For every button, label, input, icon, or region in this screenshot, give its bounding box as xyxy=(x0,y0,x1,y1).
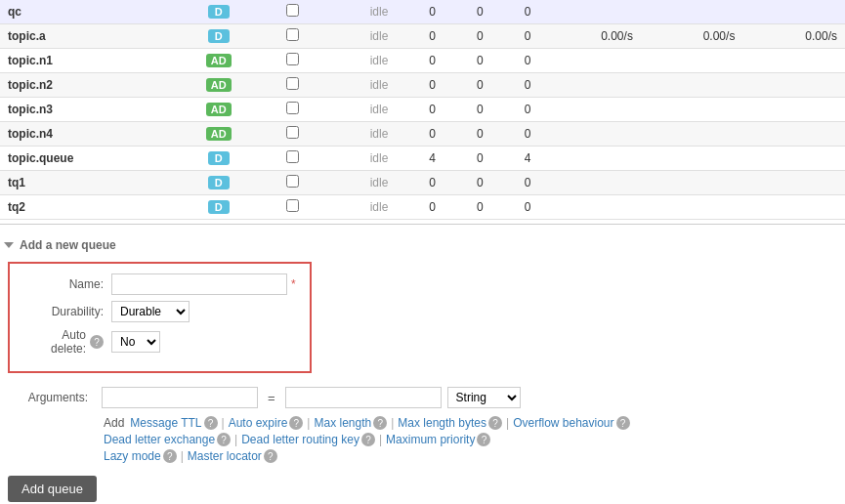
queue-checkbox[interactable] xyxy=(263,98,323,122)
queue-ready: 0 xyxy=(396,73,444,98)
queue-type: D xyxy=(175,147,263,171)
argument-shortcut-link[interactable]: Overflow behaviour xyxy=(513,416,613,430)
queue-unacked: 0 xyxy=(444,122,491,147)
argument-shortcut-link[interactable]: Master locator xyxy=(188,449,262,463)
links-row2: Dead letter exchange? | Dead letter rout… xyxy=(104,433,837,446)
queue-rate1 xyxy=(538,171,641,195)
table-row: topic.n1 AD idle 0 0 0 xyxy=(0,49,845,73)
section-title[interactable]: Add a new queue xyxy=(0,234,845,258)
queue-name[interactable]: topic.n4 xyxy=(0,122,175,147)
queue-rate3 xyxy=(742,98,845,122)
queue-rate3: 0.00/s xyxy=(742,24,845,49)
queue-state: idle xyxy=(323,24,396,49)
queue-rate3 xyxy=(742,171,845,195)
link-help-icon[interactable]: ? xyxy=(361,433,375,446)
auto-delete-label: Auto delete: ? xyxy=(23,328,111,356)
queue-rate2 xyxy=(641,49,743,73)
table-row: topic.queue D idle 4 0 4 xyxy=(0,147,845,171)
separator: | xyxy=(389,416,396,430)
arguments-key-input[interactable] xyxy=(102,387,258,408)
queue-unacked: 0 xyxy=(444,73,491,98)
queue-ready: 0 xyxy=(396,24,444,49)
add-queue-button[interactable]: Add queue xyxy=(8,476,97,502)
link-help-icon[interactable]: ? xyxy=(289,416,303,430)
link-help-icon[interactable]: ? xyxy=(163,449,177,463)
type-badge: AD xyxy=(206,78,232,92)
queue-state: idle xyxy=(323,122,396,147)
argument-shortcut-link[interactable]: Dead letter exchange xyxy=(104,433,215,446)
queue-name[interactable]: topic.n1 xyxy=(0,49,175,73)
link-help-icon[interactable]: ? xyxy=(217,433,231,446)
link-help-icon[interactable]: ? xyxy=(477,433,490,446)
arguments-type-select[interactable]: StringNumberBooleanList xyxy=(447,387,521,408)
queue-rate2 xyxy=(641,147,743,171)
queue-state: idle xyxy=(323,0,396,24)
queue-total: 0 xyxy=(491,73,539,98)
queue-state: idle xyxy=(323,49,396,73)
queue-type: D xyxy=(175,171,263,195)
queue-name[interactable]: tq2 xyxy=(0,195,175,220)
argument-shortcut-link[interactable]: Lazy mode xyxy=(104,449,161,463)
separator: | xyxy=(232,433,239,446)
auto-delete-help-icon[interactable]: ? xyxy=(90,335,104,349)
type-badge: D xyxy=(208,29,230,43)
queue-rate2 xyxy=(641,73,743,98)
queue-checkbox[interactable] xyxy=(263,195,323,220)
queue-rate2 xyxy=(641,98,743,122)
queue-name[interactable]: topic.queue xyxy=(0,147,175,171)
queue-ready: 4 xyxy=(396,147,444,171)
name-row: Name: * xyxy=(23,273,296,295)
queue-type: AD xyxy=(175,73,263,98)
durability-select[interactable]: DurableTransient xyxy=(111,301,190,322)
arguments-value-input[interactable] xyxy=(285,387,442,408)
queue-unacked: 0 xyxy=(444,49,491,73)
argument-shortcut-link[interactable]: Message TTL xyxy=(130,416,201,430)
queue-ready: 0 xyxy=(396,171,444,195)
queue-name[interactable]: topic.n3 xyxy=(0,98,175,122)
queue-unacked: 0 xyxy=(444,171,491,195)
queue-type: D xyxy=(175,0,263,24)
table-row: qc D idle 0 0 0 xyxy=(0,0,845,24)
queue-state: idle xyxy=(323,73,396,98)
queue-checkbox[interactable] xyxy=(263,122,323,147)
queue-total: 0 xyxy=(491,0,539,24)
queue-ready: 0 xyxy=(396,195,444,220)
link-help-icon[interactable]: ? xyxy=(488,416,502,430)
arguments-label: Arguments: xyxy=(8,391,96,404)
auto-delete-select[interactable]: NoYes xyxy=(111,331,160,353)
queue-rate1 xyxy=(538,98,641,122)
argument-shortcut-link[interactable]: Max length xyxy=(314,416,371,430)
separator: | xyxy=(504,416,511,430)
queue-rate3 xyxy=(742,122,845,147)
link-help-icon[interactable]: ? xyxy=(373,416,387,430)
link-help-icon[interactable]: ? xyxy=(204,416,218,430)
argument-shortcut-link[interactable]: Maximum priority xyxy=(386,433,475,446)
argument-shortcut-link[interactable]: Dead letter routing key xyxy=(241,433,359,446)
link-help-icon[interactable]: ? xyxy=(616,416,630,430)
queue-checkbox[interactable] xyxy=(263,73,323,98)
queue-checkbox[interactable] xyxy=(263,147,323,171)
queue-name[interactable]: topic.a xyxy=(0,24,175,49)
queue-rate1 xyxy=(538,122,641,147)
queue-rate2: 0.00/s xyxy=(641,24,743,49)
queue-checkbox[interactable] xyxy=(263,49,323,73)
queue-name[interactable]: qc xyxy=(0,0,175,24)
table-row: tq2 D idle 0 0 0 xyxy=(0,195,845,220)
queue-unacked: 0 xyxy=(444,24,491,49)
queue-name[interactable]: tq1 xyxy=(0,171,175,195)
argument-shortcut-link[interactable]: Auto expire xyxy=(229,416,288,430)
queue-checkbox[interactable] xyxy=(263,0,323,24)
auto-delete-row: Auto delete: ? NoYes xyxy=(23,328,296,356)
argument-shortcut-link[interactable]: Max length bytes xyxy=(398,416,486,430)
queue-type: AD xyxy=(175,98,263,122)
name-label: Name: xyxy=(23,277,111,291)
name-input[interactable] xyxy=(111,273,287,295)
queue-checkbox[interactable] xyxy=(263,24,323,49)
queue-checkbox[interactable] xyxy=(263,171,323,195)
queue-ready: 0 xyxy=(396,98,444,122)
queue-name[interactable]: topic.n2 xyxy=(0,73,175,98)
queue-rate3 xyxy=(742,73,845,98)
link-help-icon[interactable]: ? xyxy=(264,449,277,463)
arguments-row: Arguments: = StringNumberBooleanList xyxy=(0,383,845,412)
queue-rate2 xyxy=(641,171,743,195)
